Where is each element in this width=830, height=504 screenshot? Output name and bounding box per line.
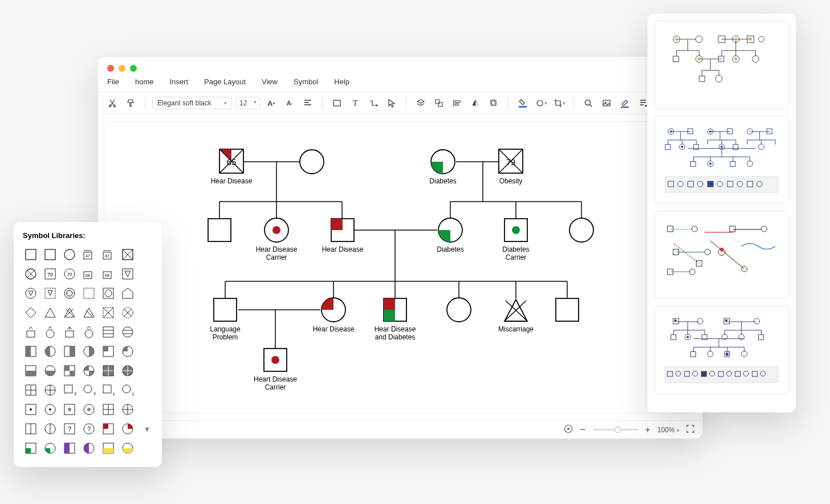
node-diabetes-carrier[interactable]: DiabetesCarrier <box>502 219 529 261</box>
symbol-circ-q[interactable]: ? <box>81 421 97 437</box>
symbol-tri-sq[interactable] <box>42 285 58 301</box>
symbol-half-sq-r[interactable] <box>62 343 78 359</box>
symbol-sq-q[interactable]: ? <box>62 421 78 437</box>
menu-file[interactable]: File <box>107 77 119 86</box>
symbol-diamond[interactable] <box>23 305 39 321</box>
symbol-sq-vline[interactable] <box>23 421 39 437</box>
symbol-sq-l[interactable]: L <box>100 382 116 398</box>
symbol-circ-x[interactable] <box>120 305 136 321</box>
template-1[interactable] <box>654 21 789 109</box>
node-hear-diabetes-male[interactable]: Hear Diseaseand Diabetes <box>375 298 416 341</box>
rectangle-shape-button[interactable] <box>329 96 344 110</box>
symbol-circ-yellow[interactable] <box>120 440 136 456</box>
crop-button[interactable]: ▾ <box>552 96 567 110</box>
symbol-circ-diag[interactable] <box>81 363 97 379</box>
menu-insert[interactable]: Insert <box>169 77 188 86</box>
symbol-circ-dash[interactable] <box>62 285 78 301</box>
increase-font-button[interactable]: A+ <box>264 96 279 110</box>
symbol-sq-dash[interactable] <box>81 285 97 301</box>
symbol-sq-cross[interactable] <box>23 382 39 398</box>
layers-button[interactable] <box>413 96 428 110</box>
node-hear-disease-female-3[interactable]: Hear Disease <box>313 298 355 333</box>
symbol-sq-purple[interactable] <box>62 440 78 456</box>
node-miscarriage[interactable]: Miscarriage <box>498 300 534 333</box>
symbol-circ-vline[interactable] <box>42 421 58 437</box>
symbol-tri-x[interactable] <box>62 305 78 321</box>
node-hear-disease-male[interactable]: Hear Disease <box>322 219 364 253</box>
symbol-age-70-sq[interactable]: 70 <box>42 266 58 282</box>
play-button[interactable] <box>564 424 573 435</box>
symbol-half-circ-r[interactable] <box>81 343 97 359</box>
node-female-spouse-2[interactable] <box>569 218 593 242</box>
line-color-button[interactable] <box>617 96 632 110</box>
symbol-hatch-sq[interactable] <box>100 324 116 340</box>
symbol-circle[interactable] <box>62 247 78 263</box>
symbol-circ-green[interactable] <box>42 440 58 456</box>
template-2[interactable] <box>654 116 789 204</box>
flip-button[interactable] <box>468 96 483 110</box>
menu-help[interactable]: Help <box>334 77 349 86</box>
symbol-pet-sq-2[interactable] <box>62 324 78 340</box>
symbol-circ-grid[interactable] <box>120 363 136 379</box>
menu-view[interactable]: View <box>262 77 278 86</box>
search-button[interactable] <box>581 96 596 110</box>
symbol-sq-gdot[interactable] <box>62 401 78 417</box>
node-male-child-3[interactable] <box>556 298 579 321</box>
diagram-canvas[interactable]: 65 Hear Disease Hear DiseaseCarrier Hear… <box>105 121 695 413</box>
symbol-circ-red[interactable] <box>120 421 136 437</box>
symbol-circ-purple[interactable] <box>81 440 97 456</box>
symbol-quad-sq[interactable] <box>100 343 116 359</box>
minimize-window-icon[interactable] <box>119 65 125 72</box>
insert-image-button[interactable] <box>599 96 614 110</box>
shape-style-button[interactable]: ▾ <box>534 96 548 110</box>
symbol-deceased-circle[interactable] <box>23 266 39 282</box>
symbol-circ-gdot[interactable] <box>81 401 97 417</box>
symbol-triangle[interactable] <box>42 305 58 321</box>
symbol-circ-l[interactable]: L <box>120 382 136 398</box>
menu-home[interactable]: home <box>135 77 154 86</box>
symbol-sq-4[interactable] <box>100 401 116 417</box>
align-objects-button[interactable] <box>450 96 465 110</box>
symbol-circ-dot[interactable] <box>42 401 58 417</box>
symbol-half-sq-b[interactable] <box>23 363 39 379</box>
position-button[interactable] <box>486 96 501 110</box>
maximize-window-icon[interactable] <box>130 65 137 72</box>
symbol-half-circ-b[interactable] <box>42 363 58 379</box>
node-male-child-1[interactable] <box>208 219 231 241</box>
symbol-sq-green[interactable] <box>23 440 39 456</box>
zoom-out-button[interactable]: − <box>580 424 586 436</box>
symbol-sq-dot[interactable] <box>23 401 39 417</box>
zoom-value[interactable]: 100% ▾ <box>657 426 680 434</box>
symbol-tri-x2[interactable] <box>81 305 97 321</box>
symbol-square-2[interactable] <box>42 247 58 263</box>
close-window-icon[interactable] <box>107 65 114 72</box>
menu-symbol[interactable]: Symbol <box>294 77 318 86</box>
symbol-deceased-square[interactable] <box>120 247 136 263</box>
symbol-sq-diag[interactable] <box>62 363 78 379</box>
symbol-circ-s[interactable]: S <box>81 382 97 398</box>
template-4[interactable] <box>654 306 789 394</box>
node-hear-disease-65[interactable]: 65 Hear Disease <box>211 149 253 185</box>
symbol-half-sq-l[interactable] <box>23 343 39 359</box>
pointer-tool-button[interactable] <box>384 96 399 110</box>
group-button[interactable] <box>432 96 446 110</box>
symbol-pet-circ-1[interactable] <box>42 324 58 340</box>
symbol-circ-4[interactable] <box>120 401 136 417</box>
cut-button[interactable] <box>105 96 120 110</box>
symbol-square[interactable] <box>23 247 39 263</box>
fullscreen-button[interactable] <box>686 425 694 435</box>
node-diabetes-female-2[interactable]: Diabetes <box>437 218 463 253</box>
node-female-child-3[interactable] <box>447 298 471 322</box>
menu-page-layout[interactable]: Page Layout <box>204 77 246 86</box>
node-female-spouse-1[interactable] <box>300 150 324 174</box>
symbol-date-68a[interactable]: 68 <box>81 266 97 282</box>
symbol-quad-circ[interactable] <box>120 343 136 359</box>
symbol-hatch-circ[interactable] <box>120 324 136 340</box>
template-3[interactable] <box>654 211 789 299</box>
symbol-circ-cross[interactable] <box>42 382 58 398</box>
text-tool-button[interactable]: T <box>348 96 363 110</box>
font-size-select[interactable]: 12▾ <box>235 97 261 109</box>
symbol-date-box-2[interactable]: 47 <box>100 247 116 263</box>
node-heart-disease-carrier[interactable]: Heart DiseaseCarrier <box>254 349 297 391</box>
symbol-half-circ-l[interactable] <box>42 343 58 359</box>
